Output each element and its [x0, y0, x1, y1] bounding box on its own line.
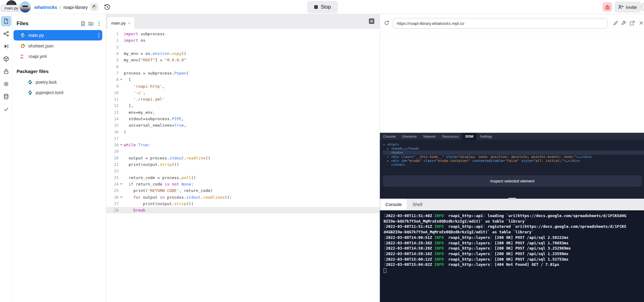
- code-line-3: 3: [106, 44, 380, 50]
- fold-arrow-icon[interactable]: [119, 183, 124, 185]
- code-line-9: 9 'roapi-http',: [106, 83, 380, 89]
- breadcrumb-repl-name[interactable]: roapi-library: [63, 5, 88, 10]
- file-item-roapi.yml[interactable]: YAMLroapi.yml: [14, 52, 102, 61]
- history-icon[interactable]: [104, 4, 111, 10]
- rail-checks-icon[interactable]: [1, 104, 11, 114]
- user-avatar[interactable]: [20, 2, 31, 13]
- rail-run-next-icon[interactable]: [1, 41, 11, 52]
- dom-node[interactable]: ▸ <head>…</head>: [383, 147, 644, 151]
- file-item-ohsheet.json[interactable]: ohsheet.json: [14, 41, 102, 51]
- top-bar: main.py whatrocks / roapi-library Stop I…: [0, 0, 644, 14]
- console-output[interactable]: [2022-03-08T11:51:40Z INFO roapi_http::a…: [380, 210, 644, 302]
- console-log-line: [2022-03-08T14:29:38Z INFO roapi_http::l…: [384, 240, 644, 246]
- devtools-tab-network[interactable]: Network: [420, 133, 439, 140]
- fold-arrow-icon[interactable]: [119, 79, 124, 80]
- panel-tab-shell[interactable]: Shell: [408, 199, 427, 210]
- line-number: 24: [106, 182, 119, 186]
- console-log-line: [2022-03-08T15:00:12Z INFO roapi_http::l…: [384, 257, 644, 262]
- edit-pencil-icon[interactable]: [613, 20, 619, 26]
- rail-files-icon[interactable]: [1, 16, 11, 26]
- line-number: 2: [106, 38, 119, 43]
- code-area[interactable]: 1import subprocess2import os34my_env = o…: [106, 29, 380, 213]
- devtools-tab-settings[interactable]: Settings: [477, 133, 496, 140]
- rail-settings-gear-icon[interactable]: [1, 79, 11, 89]
- bug-report-button[interactable]: [603, 2, 612, 12]
- reload-icon[interactable]: [384, 20, 390, 26]
- file-name: roapi.yml: [29, 54, 47, 59]
- code-line-7: 7process = subprocess.Popen(: [106, 70, 380, 76]
- files-panel: Files main.pyohsheet.jsonYAMLroapi.yml P…: [12, 14, 106, 302]
- file-item-poetry.lock[interactable]: poetry.lock: [14, 77, 102, 87]
- line-number: 10: [106, 90, 119, 95]
- panel-drag-handle[interactable]: [508, 198, 516, 199]
- file-item-pyproject.toml[interactable]: pyproject.toml: [14, 88, 102, 97]
- line-number: 13: [106, 110, 119, 115]
- add-folder-icon[interactable]: [87, 20, 95, 28]
- python-teal-file-icon: [28, 80, 33, 85]
- console-log-line: d4GBZIOe-bQG7k7Y3oA_MqMrxEx0QDzdkrkzIgI/…: [384, 229, 644, 235]
- console-tab-bar: ConsoleShell: [380, 199, 644, 210]
- devtools-tab-console[interactable]: Console: [380, 133, 399, 140]
- panel-tab-console[interactable]: Console: [381, 199, 407, 210]
- inspect-element-button[interactable]: Inspect selected element: [383, 175, 642, 187]
- file-item-main.py[interactable]: main.py: [14, 30, 102, 40]
- stop-button[interactable]: Stop: [307, 1, 338, 13]
- code-text: if return_code is not None:: [124, 182, 193, 186]
- add-file-icon[interactable]: [79, 20, 87, 28]
- account-circle-partial[interactable]: [641, 3, 644, 11]
- code-text: ): [124, 130, 126, 134]
- devtools-tab-resources[interactable]: Resources: [439, 133, 462, 140]
- line-number: 17: [106, 136, 119, 141]
- tab-label: main.py: [111, 21, 126, 25]
- tab-main-py[interactable]: main.py ×: [107, 17, 134, 29]
- devtools-tab-dom[interactable]: DOM: [462, 133, 477, 140]
- json-file-icon: [20, 44, 25, 48]
- fold-arrow-icon[interactable]: [119, 197, 124, 198]
- browser-content[interactable]: [380, 32, 644, 133]
- dom-node[interactable]: <body>: [383, 151, 644, 155]
- rail-packages-icon[interactable]: [1, 54, 11, 64]
- editor-layout-icon[interactable]: [368, 17, 375, 25]
- line-number: 5: [106, 58, 119, 62]
- code-editor: main.py × 1import subprocess2import os34…: [106, 14, 380, 302]
- files-menu-icon[interactable]: [95, 20, 103, 28]
- line-number: 19: [106, 149, 119, 154]
- tab-close-icon[interactable]: ×: [128, 21, 131, 25]
- fold-arrow-icon[interactable]: [119, 144, 124, 146]
- file-name: ohsheet.json: [28, 44, 53, 48]
- file-name: main.py: [28, 33, 44, 38]
- dom-node[interactable]: ▸ <div class="__chii-hide__" style="disp…: [383, 155, 644, 159]
- dom-node[interactable]: ▾ <html>: [383, 143, 644, 147]
- dom-node[interactable]: ▸ <div id="eruda" class="eruda-container…: [383, 159, 644, 163]
- code-text: import subprocess: [124, 32, 165, 36]
- url-input[interactable]: [393, 18, 607, 29]
- console-log-line: [2022-03-08T15:04:02Z INFO roapi_http::l…: [384, 262, 644, 267]
- code-line-5: 5my_env["HOST"] = "0.0.0.0": [106, 57, 380, 63]
- code-text: ],: [124, 103, 133, 108]
- rail-secrets-lock-icon[interactable]: [1, 66, 11, 77]
- code-text: './roapi.yml': [124, 97, 165, 101]
- console-log-line: BZIOe-bQG7k7Y3oA_MqMrxEx0QDzdkrkzIgI/edi…: [384, 219, 644, 224]
- code-text: process = subprocess.Popen(: [124, 71, 189, 75]
- close-webview-icon[interactable]: [638, 20, 644, 26]
- code-line-24: 24 if return_code is not None:: [106, 181, 380, 187]
- filename-tooltip: main.py: [1, 5, 22, 11]
- devtools-tab-elements[interactable]: Elements: [399, 133, 420, 140]
- breadcrumb-separator: /: [60, 5, 61, 10]
- file-menu-icon[interactable]: [95, 33, 102, 37]
- code-text: output = process.stdout.readline(): [124, 156, 210, 160]
- line-number: 3: [106, 45, 119, 49]
- breadcrumb-username[interactable]: whatrocks: [34, 5, 57, 10]
- code-line-12: 12 ],: [106, 102, 380, 109]
- dom-node[interactable]: </html>: [383, 163, 644, 167]
- invite-button[interactable]: Invite: [615, 2, 641, 13]
- dom-tree: ▾ <html>▸ <head>…</head> <body>▸ <div cl…: [380, 140, 644, 167]
- line-number: 18: [106, 143, 119, 147]
- console-log-line: [2022-03-08T14:59:10Z INFO roapi_http::l…: [384, 251, 644, 257]
- code-line-11: 11 './roapi.yml': [106, 96, 380, 102]
- rail-version-control-icon[interactable]: [1, 29, 11, 39]
- code-text: my_env = os.environ.copy(): [124, 51, 186, 56]
- devtools-wrench-icon[interactable]: [621, 20, 627, 26]
- rail-database-icon[interactable]: [1, 91, 11, 102]
- open-external-icon[interactable]: [629, 20, 635, 26]
